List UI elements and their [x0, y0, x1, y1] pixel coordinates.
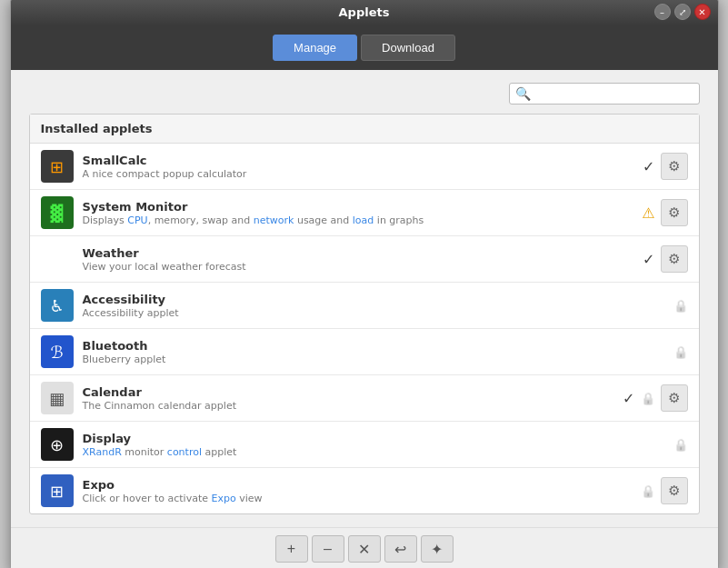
content-area: 🔍 Installed applets ⊞SmallCalcA nice com… — [11, 70, 718, 527]
applet-info-weather: WeatherView your local weather forecast — [83, 246, 634, 273]
lock-icon-calendar: 🔒 — [641, 392, 655, 405]
gear-button-smallcalc[interactable]: ⚙ — [661, 153, 688, 180]
applet-icon-accessibility: ♿ — [41, 289, 74, 322]
applet-name-display: Display — [83, 432, 664, 445]
applet-info-smallcalc: SmallCalcA nice compact popup calculator — [83, 154, 634, 180]
check-icon-smallcalc: ✓ — [643, 158, 654, 175]
applet-icon-weather: 🌕 — [41, 243, 74, 275]
download-tab[interactable]: Download — [361, 35, 455, 61]
applet-icon-expo: ⊞ — [41, 474, 74, 507]
window-controls: – ⤢ ✕ — [654, 4, 711, 20]
applet-info-bluetooth: BluetoothBlueberry applet — [83, 339, 664, 365]
applet-desc-display: XRandR monitor control applet — [83, 446, 664, 458]
close-button[interactable]: ✕ — [694, 4, 711, 20]
applet-actions-smallcalc: ✓⚙ — [643, 153, 687, 180]
panel-header: Installed applets — [30, 115, 699, 144]
remove-button[interactable]: – — [312, 535, 344, 563]
applet-actions-accessibility: 🔒 — [673, 299, 688, 313]
applet-row-sysmon: ▓System MonitorDisplays CPU, memory, swa… — [30, 190, 699, 236]
main-window: Applets – ⤢ ✕ Manage Download 🔍 — [10, 0, 719, 568]
bottom-bar: + – ✕ ↩ ✦ — [11, 527, 718, 568]
applet-row-smallcalc: ⊞SmallCalcA nice compact popup calculato… — [30, 144, 699, 190]
applet-row-calendar: ▦CalendarThe Cinnamon calendar applet✓🔒⚙ — [30, 375, 699, 422]
undo-button[interactable]: ↩ — [384, 535, 417, 563]
lock-icon-accessibility: 🔒 — [673, 299, 688, 313]
search-row: 🔍 — [29, 83, 700, 105]
applet-actions-sysmon: ⚠⚙ — [642, 199, 687, 226]
applet-name-calendar: Calendar — [83, 385, 614, 399]
applet-actions-bluetooth: 🔒 — [673, 345, 688, 359]
gear-button-sysmon[interactable]: ⚙ — [661, 199, 688, 226]
check-icon-weather: ✓ — [643, 251, 654, 268]
applet-row-bluetooth: ℬBluetoothBlueberry applet🔒 — [30, 329, 699, 375]
applet-desc-accessibility: Accessibility applet — [83, 307, 664, 319]
toolbar: Manage Download — [11, 25, 718, 70]
manage-tab[interactable]: Manage — [273, 35, 357, 61]
applet-name-weather: Weather — [83, 246, 634, 260]
applet-info-calendar: CalendarThe Cinnamon calendar applet — [83, 385, 614, 412]
search-icon: 🔍 — [515, 86, 531, 101]
cancel-button[interactable]: ✕ — [348, 535, 381, 563]
applet-row-display: ⊕DisplayXRandR monitor control applet🔒 — [30, 422, 699, 468]
applet-row-weather: 🌕WeatherView your local weather forecast… — [30, 236, 699, 283]
lock-icon-bluetooth: 🔒 — [673, 345, 688, 359]
check-icon-calendar: ✓ — [623, 390, 634, 407]
applet-desc-weather: View your local weather forecast — [83, 261, 634, 273]
gear-button-calendar[interactable]: ⚙ — [661, 384, 688, 412]
applet-desc-expo: Click or hover to activate Expo view — [83, 493, 632, 504]
applet-desc-bluetooth: Blueberry applet — [83, 354, 664, 365]
applets-panel: Installed applets ⊞SmallCalcA nice compa… — [29, 114, 700, 514]
applet-info-display: DisplayXRandR monitor control applet — [83, 432, 664, 458]
search-input[interactable] — [534, 87, 693, 101]
applet-icon-smallcalc: ⊞ — [41, 150, 74, 183]
add-button[interactable]: + — [275, 535, 308, 563]
gear-button-weather[interactable]: ⚙ — [661, 245, 688, 273]
applet-row-expo: ⊞ExpoClick or hover to activate Expo vie… — [30, 468, 699, 513]
applet-icon-bluetooth: ℬ — [41, 335, 74, 368]
applet-desc-calendar: The Cinnamon calendar applet — [83, 400, 614, 412]
applet-desc-sysmon: Displays CPU, memory, swap and network u… — [83, 214, 633, 226]
restore-button[interactable]: ⤢ — [674, 4, 691, 20]
more-button[interactable]: ✦ — [421, 535, 454, 563]
applet-actions-weather: ✓⚙ — [643, 245, 687, 273]
applet-actions-calendar: ✓🔒⚙ — [623, 384, 687, 412]
applet-actions-expo: 🔒⚙ — [641, 477, 688, 504]
applet-row-accessibility: ♿AccessibilityAccessibility applet🔒 — [30, 283, 699, 329]
applet-icon-sysmon: ▓ — [41, 196, 74, 229]
window-title: Applets — [339, 5, 390, 19]
applet-name-accessibility: Accessibility — [83, 293, 664, 306]
gear-button-expo[interactable]: ⚙ — [661, 477, 688, 504]
minimize-button[interactable]: – — [654, 4, 671, 20]
lock-icon-expo: 🔒 — [641, 484, 655, 498]
applet-info-expo: ExpoClick or hover to activate Expo view — [83, 478, 632, 504]
applet-name-smallcalc: SmallCalc — [83, 154, 634, 167]
applet-desc-smallcalc: A nice compact popup calculator — [83, 168, 634, 180]
applet-name-sysmon: System Monitor — [83, 200, 633, 214]
applet-info-accessibility: AccessibilityAccessibility applet — [83, 293, 664, 319]
applet-actions-display: 🔒 — [673, 438, 688, 452]
applet-info-sysmon: System MonitorDisplays CPU, memory, swap… — [83, 200, 633, 226]
applet-name-bluetooth: Bluetooth — [83, 339, 664, 353]
warn-icon-sysmon: ⚠ — [642, 204, 654, 222]
applet-icon-display: ⊕ — [41, 428, 74, 461]
applet-name-expo: Expo — [83, 478, 632, 492]
applets-list: ⊞SmallCalcA nice compact popup calculato… — [30, 144, 699, 513]
search-box: 🔍 — [509, 83, 700, 105]
applet-icon-calendar: ▦ — [41, 382, 74, 414]
lock-icon-display: 🔒 — [673, 438, 688, 452]
titlebar: Applets – ⤢ ✕ — [11, 0, 718, 25]
